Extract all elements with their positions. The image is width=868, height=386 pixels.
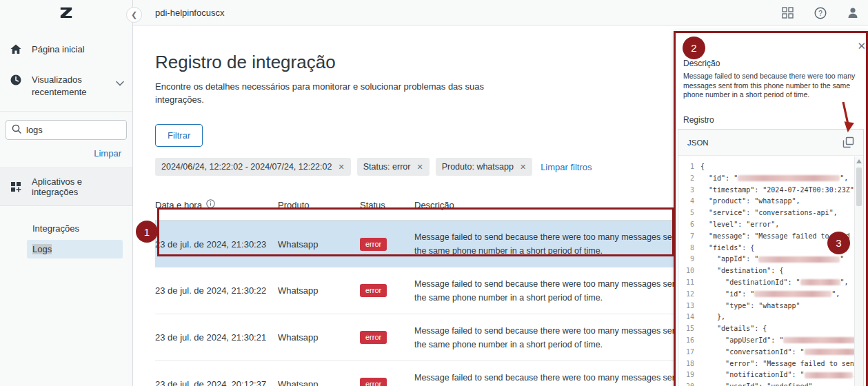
code-line: 12 "id": "", <box>681 289 854 301</box>
close-icon[interactable]: ✕ <box>857 40 866 52</box>
svg-text:?: ? <box>818 9 822 17</box>
filter-chip: 2024/06/24, 12:22:02 - 2024/07/24, 12:22… <box>155 158 351 176</box>
filter-chip-label: 2024/06/24, 12:22:02 - 2024/07/24, 12:22… <box>161 162 332 172</box>
json-block-header: JSON <box>678 130 863 156</box>
annotation-badge-1: 1 <box>136 221 158 243</box>
line-number: 17 <box>681 347 694 358</box>
annotation-badge-2: 2 <box>683 37 705 59</box>
filter-chip: Produto: whatsapp✕ <box>436 158 532 176</box>
line-number: 18 <box>681 358 694 370</box>
code-text: "destinationId": "", <box>700 277 849 289</box>
user-avatar-icon[interactable] <box>847 7 858 19</box>
sidebar-search[interactable] <box>6 120 127 140</box>
apps-integrations-icon <box>10 181 22 192</box>
sidebar-item-label: Visualizados recentemente <box>32 74 98 99</box>
sidebar: Página inicial Visualizados recentemente… <box>0 0 133 386</box>
line-number: 6 <box>681 219 694 231</box>
filter-chip-label: Status: error <box>363 162 411 172</box>
filter-chip-label: Produto: whatsapp <box>442 162 514 172</box>
cell-product: Whatsapp <box>278 285 360 296</box>
remove-filter-icon[interactable]: ✕ <box>338 163 344 172</box>
json-format-label: JSON <box>687 139 709 147</box>
code-text: "details": { <box>700 323 767 335</box>
code-line: 15 "details": { <box>681 323 854 335</box>
line-number: 15 <box>681 323 694 335</box>
page-subtitle: Encontre os detalhes necessários para mo… <box>155 80 507 106</box>
scrollbar-thumb[interactable] <box>856 167 862 206</box>
code-text: "product": "whatsapp", <box>700 196 800 207</box>
code-line: 5 "service": "conversations-api", <box>681 207 854 219</box>
line-number: 20 <box>681 381 694 386</box>
code-text: "userId": "undefined" <box>700 381 813 386</box>
scrollbar-up-arrow[interactable] <box>856 159 862 163</box>
remove-filter-icon[interactable]: ✕ <box>416 163 423 172</box>
filter-button[interactable]: Filtrar <box>155 124 203 147</box>
code-text: "timestamp": "2024-07-24T00:30:23Z", <box>700 185 854 196</box>
cell-datetime: 23 de jul. de 2024, 21:30:23 <box>155 239 278 250</box>
line-number: 16 <box>681 335 694 347</box>
code-line: 18 "error": "Message failed to send <box>681 358 854 370</box>
code-text: "type": "whatsapp" <box>700 301 800 312</box>
remove-filter-icon[interactable]: ✕ <box>520 163 526 172</box>
line-number: 19 <box>681 369 694 381</box>
scrollbar[interactable] <box>854 156 863 386</box>
panel-description-text: Message failed to send because there wer… <box>683 72 857 100</box>
code-text: "id": "", <box>700 173 848 185</box>
sidebar-item-logs[interactable]: Logs <box>27 240 123 258</box>
line-number: 9 <box>681 254 694 265</box>
column-header-product: Produto <box>278 199 360 210</box>
sidebar-item-label: Página inicial <box>32 43 85 56</box>
code-text: }, <box>700 312 725 323</box>
sidebar-item-integrations[interactable]: Integrações <box>0 219 132 238</box>
sidebar-item-home[interactable]: Página inicial <box>0 37 132 63</box>
redacted-value <box>805 349 854 355</box>
product-switcher-icon[interactable] <box>782 7 794 19</box>
code-text: "error": "Message failed to send <box>700 358 854 370</box>
column-header-status: Status <box>360 199 414 210</box>
code-line: 9 "appId": "" <box>681 254 854 265</box>
redacted-value <box>783 337 854 343</box>
cell-datetime: 23 de jul. de 2024, 20:12:37 <box>155 379 278 386</box>
help-icon[interactable]: ? <box>814 7 827 19</box>
code-text: { <box>700 161 705 173</box>
account-name: pdi-helpinfocuscx <box>155 8 224 18</box>
sidebar-item-recent[interactable]: Visualizados recentemente <box>0 67 132 105</box>
clock-icon <box>10 74 22 85</box>
cell-product: Whatsapp <box>278 332 360 343</box>
code-line: 10 "destination": { <box>681 265 854 277</box>
info-icon[interactable] <box>206 199 215 210</box>
code-line: 14 }, <box>681 312 854 323</box>
json-code-body: 1{2 "id": "",3 "timestamp": "2024-07-24T… <box>678 156 854 386</box>
cell-product: Whatsapp <box>278 379 360 386</box>
sidebar-collapse-button[interactable]: ❮ <box>126 7 142 23</box>
app-window: Página inicial Visualizados recentemente… <box>0 0 868 386</box>
code-text: "service": "conversations-api", <box>700 207 838 219</box>
cell-product: Whatsapp <box>278 239 360 250</box>
code-text: "level": "error", <box>700 219 779 231</box>
search-input[interactable] <box>26 125 116 135</box>
line-number: 1 <box>681 161 694 173</box>
clear-filters-link[interactable]: Limpar filtros <box>541 162 592 172</box>
panel-registro-label: Registro <box>683 115 714 125</box>
topbar: pdi-helpinfocuscx ? <box>133 0 868 26</box>
search-icon <box>12 124 21 136</box>
annotation-badge-3: 3 <box>827 232 850 254</box>
line-number: 4 <box>681 196 694 207</box>
code-line: 6 "level": "error", <box>681 219 854 231</box>
clear-search-link[interactable]: Limpar <box>94 148 121 159</box>
copy-icon[interactable] <box>842 136 854 148</box>
status-badge: error <box>360 331 387 344</box>
zendesk-logo <box>0 0 132 26</box>
code-text: "id": "", <box>700 289 840 301</box>
line-number: 10 <box>681 265 694 277</box>
line-number: 5 <box>681 207 694 219</box>
redacted-value <box>805 372 853 378</box>
line-number: 7 <box>681 231 694 243</box>
code-text: "appId": "" <box>700 254 844 265</box>
line-number: 8 <box>681 243 694 254</box>
line-number: 14 <box>681 312 694 323</box>
code-line: 2 "id": "", <box>681 173 854 185</box>
chevron-down-icon[interactable] <box>116 78 124 88</box>
sidebar-item-apps-integrations[interactable]: Aplicativos e integrações <box>0 167 132 206</box>
redacted-value <box>738 175 840 181</box>
